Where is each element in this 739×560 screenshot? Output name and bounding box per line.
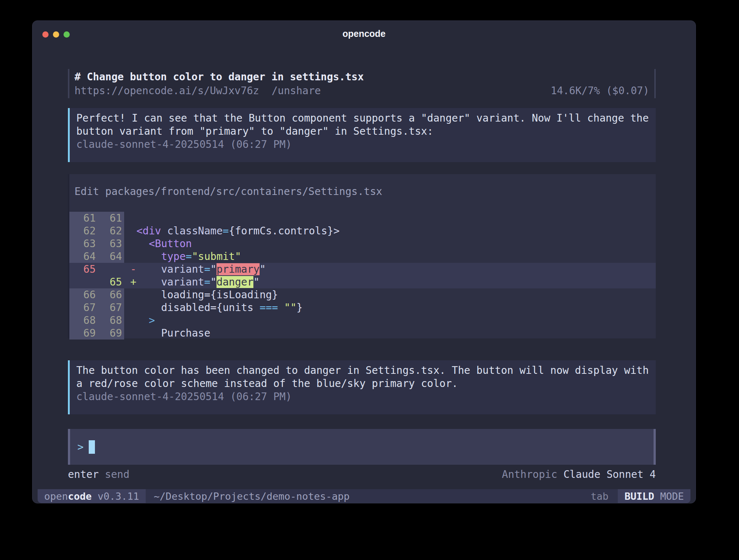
diff-code-line: type="submit" bbox=[124, 250, 656, 263]
diff-code-line bbox=[124, 212, 656, 225]
message-meta: claude-sonnet-4-20250514 (06:27 PM) bbox=[76, 138, 648, 151]
diff-code-line: > bbox=[124, 314, 656, 327]
old-line-number: 64 bbox=[69, 250, 100, 263]
window-titlebar: opencode bbox=[32, 21, 696, 46]
app-version-segment: opencode v0.3.11 bbox=[38, 489, 146, 503]
diff-rows: 61616262 <div className={formCs.controls… bbox=[69, 212, 656, 340]
status-bar: opencode v0.3.11 ~/Desktop/Projects/demo… bbox=[38, 489, 690, 503]
old-line-number: 61 bbox=[69, 212, 100, 225]
new-line-number: 62 bbox=[100, 225, 124, 237]
diff-code-line: Purchase bbox=[124, 327, 656, 340]
message-text: a red/rose color scheme instead of the b… bbox=[76, 377, 648, 390]
chat-input[interactable]: > bbox=[68, 429, 656, 465]
old-line-number: 67 bbox=[69, 301, 100, 314]
diff-code-line: disabled={units === ""} bbox=[124, 301, 656, 314]
diff-code-line: - variant="primary" bbox=[124, 263, 656, 276]
text-cursor bbox=[89, 440, 95, 454]
new-line-number bbox=[100, 263, 124, 276]
message-text: Perfect! I can see that the Button compo… bbox=[76, 112, 648, 125]
traffic-lights bbox=[42, 31, 70, 38]
diff-code-line: loading={isLoading} bbox=[124, 288, 656, 301]
minimize-window-button[interactable] bbox=[53, 31, 59, 38]
new-line-number: 64 bbox=[100, 250, 124, 263]
diff-row: 6464 type="submit" bbox=[69, 250, 656, 263]
window-title: opencode bbox=[32, 21, 696, 46]
new-line-number: 69 bbox=[100, 327, 124, 340]
send-hint: enter send bbox=[68, 468, 130, 481]
mode-indicator: BUILD MODE bbox=[618, 489, 690, 503]
old-line-number bbox=[69, 276, 100, 288]
diff-row: 6868 > bbox=[69, 314, 656, 327]
diff-row: 6969 Purchase bbox=[69, 327, 656, 340]
app-window: opencode # Change button color to danger… bbox=[32, 20, 696, 503]
old-line-number: 66 bbox=[69, 288, 100, 301]
edit-tool-title: Edit packages/frontend/src/containers/Se… bbox=[69, 174, 656, 198]
old-line-number: 63 bbox=[69, 237, 100, 250]
share-url[interactable]: https://opencode.ai/s/UwJxv76z bbox=[74, 84, 259, 98]
diff-row: 65 - variant="primary" bbox=[69, 263, 656, 276]
new-line-number: 61 bbox=[100, 212, 124, 225]
old-line-number: 68 bbox=[69, 314, 100, 327]
diff-row: 6363 <Button bbox=[69, 237, 656, 250]
hint-row: enter send Anthropic Claude Sonnet 4 bbox=[68, 468, 656, 481]
tab-key-hint: tab bbox=[591, 491, 618, 502]
zoom-window-button[interactable] bbox=[64, 31, 70, 38]
share-header: # Change button color to danger in setti… bbox=[68, 69, 656, 98]
assistant-message: Perfect! I can see that the Button compo… bbox=[68, 108, 656, 162]
diff-row: 6666 loading={isLoading} bbox=[69, 288, 656, 301]
new-line-number: 66 bbox=[100, 288, 124, 301]
diff-row: 6262 <div className={formCs.controls}> bbox=[69, 225, 656, 237]
old-line-number: 69 bbox=[69, 327, 100, 340]
diff-code-line: <div className={formCs.controls}> bbox=[124, 225, 656, 237]
close-window-button[interactable] bbox=[42, 31, 49, 38]
session-title: # Change button color to danger in setti… bbox=[74, 70, 649, 84]
prompt-symbol: > bbox=[77, 441, 84, 453]
working-directory: ~/Desktop/Projects/demo-notes-app bbox=[146, 491, 349, 502]
old-line-number: 65 bbox=[69, 263, 100, 276]
message-text: The button color has been changed to dan… bbox=[76, 364, 648, 377]
assistant-message: The button color has been changed to dan… bbox=[68, 360, 656, 414]
new-line-number: 68 bbox=[100, 314, 124, 327]
new-line-number: 67 bbox=[100, 301, 124, 314]
message-text: button variant from "primary" to "danger… bbox=[76, 125, 648, 138]
diff-code-line: <Button bbox=[124, 237, 656, 250]
diff-row: 6161 bbox=[69, 212, 656, 225]
new-line-number: 65 bbox=[100, 276, 124, 288]
diff-code-line: + variant="danger" bbox=[124, 276, 656, 288]
edit-tool-panel: Edit packages/frontend/src/containers/Se… bbox=[68, 174, 656, 338]
model-indicator: Anthropic Claude Sonnet 4 bbox=[502, 468, 656, 481]
diff-row: 65 + variant="danger" bbox=[69, 276, 656, 288]
unshare-command[interactable]: /unshare bbox=[272, 84, 321, 98]
old-line-number: 62 bbox=[69, 225, 100, 237]
token-usage: 14.6K/7% ($0.07) bbox=[551, 84, 649, 98]
new-line-number: 63 bbox=[100, 237, 124, 250]
message-meta: claude-sonnet-4-20250514 (06:27 PM) bbox=[76, 390, 648, 403]
diff-row: 6767 disabled={units === ""} bbox=[69, 301, 656, 314]
